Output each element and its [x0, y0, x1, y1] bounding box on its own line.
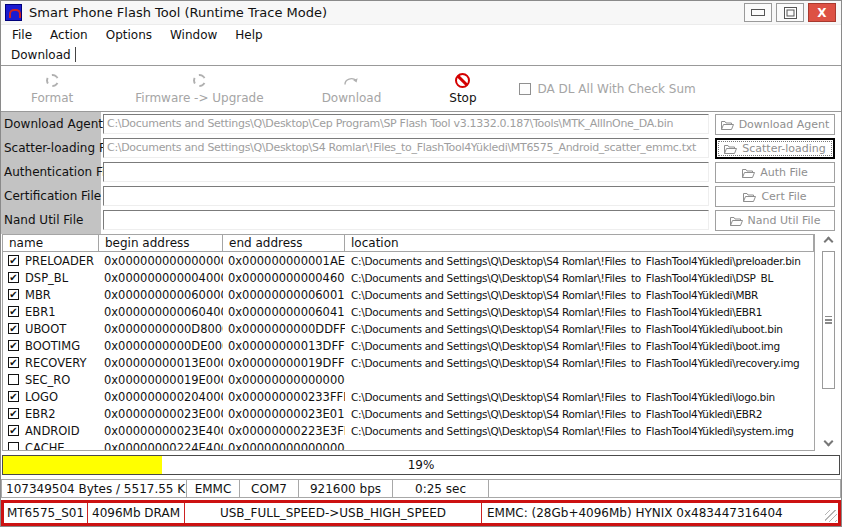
partition-checkbox[interactable]: ✔: [8, 425, 19, 436]
file-buttons: Download Agent Scatter-loading Auth File…: [713, 112, 841, 234]
da-dl-checksum-label: DA DL All With Check Sum: [538, 82, 696, 96]
download-agent-button[interactable]: Download Agent: [715, 114, 835, 135]
menu-item-action[interactable]: Action: [41, 25, 97, 45]
partition-name: BOOTIMG: [25, 339, 80, 353]
auth-file-button[interactable]: Auth File: [715, 162, 835, 183]
table-row[interactable]: ✔DSP_BL0x00000000000400000x0000000000046…: [3, 269, 814, 286]
partition-checkbox[interactable]: ✔: [8, 340, 19, 351]
scatter-loading-label: Scatter-loading File: [1, 136, 101, 160]
partition-location: C:\Documents and Settings\Q\Desktop\S4 R…: [345, 340, 814, 352]
column-header-begin-address[interactable]: begin address: [99, 235, 223, 251]
column-header-name[interactable]: name: [3, 235, 99, 251]
partition-location: C:\Documents and Settings\Q\Desktop\S4 R…: [345, 306, 814, 318]
maximize-button[interactable]: [776, 3, 804, 22]
scroll-down-icon[interactable]: [824, 437, 834, 447]
progress-percent: 19%: [3, 456, 839, 474]
checkbox-box[interactable]: [519, 83, 531, 95]
scrollbar-thumb[interactable]: [822, 251, 835, 389]
partition-name: DSP_BL: [25, 271, 68, 285]
menu-item-help[interactable]: Help: [226, 25, 271, 45]
authentication-file-input[interactable]: [103, 162, 709, 182]
table-row[interactable]: ✔BOOTIMG0x0000000000DE00000x00000000013D…: [3, 337, 814, 354]
stop-button[interactable]: Stop: [449, 72, 476, 105]
download-label: Download: [322, 91, 382, 105]
minimize-button[interactable]: [744, 3, 772, 22]
partition-checkbox[interactable]: ✔: [8, 391, 19, 402]
partition-name: LOGO: [25, 390, 58, 404]
download-icon: [343, 72, 359, 88]
folder-icon: [742, 168, 755, 178]
partition-name: EBR1: [25, 305, 55, 319]
firmware-upgrade-button[interactable]: Firmware -> Upgrade: [135, 72, 263, 105]
end-address: 0x00000000023E01FF: [223, 407, 345, 421]
download-button[interactable]: Download: [322, 72, 382, 105]
end-address: 0x0000000000000000: [223, 373, 345, 387]
scatter-loading-button[interactable]: Scatter-loading: [715, 138, 835, 159]
partition-name: SEC_RO: [25, 373, 70, 387]
partition-checkbox[interactable]: ✔: [8, 272, 19, 283]
status-storage-type: EMMC: [187, 480, 240, 497]
end-address: 0x0000000000000000: [223, 441, 345, 452]
close-button[interactable]: X: [808, 3, 836, 22]
scatter-file-path-input[interactable]: C:\Documents and Settings\Q\Desktop\S4 R…: [103, 138, 709, 158]
table-row[interactable]: ✔EBR20x00000000023E00000x00000000023E01F…: [3, 405, 814, 422]
table-row[interactable]: CACHE0x00000000224E40000x000000000000000…: [3, 439, 814, 451]
table-row[interactable]: ✔EBR10x00000000006040000x00000000006041F…: [3, 303, 814, 320]
begin-address: 0x0000000000040000: [99, 271, 223, 285]
folder-icon: [743, 192, 756, 202]
format-button[interactable]: Format: [31, 72, 73, 105]
table-row[interactable]: ✔MBR0x00000000006000000x00000000006001FF…: [3, 286, 814, 303]
status-elapsed-time: 0:25 sec: [393, 480, 489, 497]
end-address: 0x00000000019DFFFF: [223, 356, 345, 370]
scroll-up-icon[interactable]: [824, 237, 834, 247]
firmware-upgrade-label: Firmware -> Upgrade: [135, 91, 263, 105]
tab-download[interactable]: Download: [1, 45, 82, 65]
firmware-upgrade-icon: [193, 74, 206, 87]
scatter-loading-button-label: Scatter-loading: [742, 142, 825, 155]
end-address: 0x00000000223E3FFF: [223, 424, 345, 438]
begin-address: 0x00000000023E0000: [99, 407, 223, 421]
usb-speed: USB_FULL_SPEED->USB_HIGH_SPEED: [185, 503, 482, 523]
resize-grip-icon[interactable]: [825, 510, 837, 522]
partition-checkbox[interactable]: [8, 374, 19, 385]
file-panel: Download Agent Scatter-loading File Auth…: [1, 112, 841, 234]
partition-name: EBR2: [25, 407, 55, 421]
column-header-end-address[interactable]: end address: [223, 235, 345, 251]
partition-name: MBR: [25, 288, 51, 302]
menu-item-window[interactable]: Window: [161, 25, 226, 45]
begin-address: 0x00000000224E4000: [99, 441, 223, 452]
partition-checkbox[interactable]: ✔: [8, 408, 19, 419]
app-icon: [5, 4, 22, 21]
menu-item-file[interactable]: File: [3, 25, 41, 45]
partition-location: C:\Documents and Settings\Q\Desktop\S4 R…: [345, 408, 814, 420]
nand-util-file-button[interactable]: Nand Util File: [715, 210, 835, 231]
table-row[interactable]: SEC_RO0x00000000019E00000x00000000000000…: [3, 371, 814, 388]
menu-item-options[interactable]: Options: [97, 25, 161, 45]
partition-checkbox[interactable]: ✔: [8, 289, 19, 300]
cert-file-button[interactable]: Cert File: [715, 186, 835, 207]
scrollbar-grip-icon: [825, 316, 832, 324]
folder-icon: [730, 216, 743, 226]
partition-checkbox[interactable]: [8, 442, 19, 451]
da-dl-checksum-checkbox[interactable]: DA DL All With Check Sum: [519, 82, 696, 96]
partition-checkbox[interactable]: ✔: [8, 255, 19, 266]
window-title: Smart Phone Flash Tool (Runtime Trace Mo…: [29, 5, 327, 20]
begin-address: 0x0000000000D80000: [99, 322, 223, 336]
partition-checkbox[interactable]: ✔: [8, 306, 19, 317]
nand-util-file-input[interactable]: [103, 210, 709, 230]
table-row[interactable]: ✔UBOOT0x0000000000D800000x0000000000DDFF…: [3, 320, 814, 337]
authentication-file-label: Authentication File: [1, 160, 101, 184]
download-agent-path-input[interactable]: C:\Documents and Settings\Q\Desktop\Cep …: [103, 114, 709, 134]
certification-file-input[interactable]: [103, 186, 709, 206]
table-row[interactable]: ✔RECOVERY0x00000000013E00000x00000000019…: [3, 354, 814, 371]
table-row[interactable]: ✔LOGO0x00000000020400000x000000000233FFF…: [3, 388, 814, 405]
table-body: ✔PRELOADER0x00000000000000000x0000000000…: [3, 252, 814, 451]
table-row[interactable]: ✔PRELOADER0x00000000000000000x0000000000…: [3, 252, 814, 269]
partition-checkbox[interactable]: ✔: [8, 357, 19, 368]
column-header-location[interactable]: location: [345, 235, 814, 251]
stop-icon: [455, 73, 470, 88]
vertical-scrollbar[interactable]: [821, 234, 837, 451]
partition-checkbox[interactable]: ✔: [8, 323, 19, 334]
end-address: 0x000000000233FFFF: [223, 390, 345, 404]
table-row[interactable]: ✔ANDROID0x00000000023E40000x00000000223E…: [3, 422, 814, 439]
